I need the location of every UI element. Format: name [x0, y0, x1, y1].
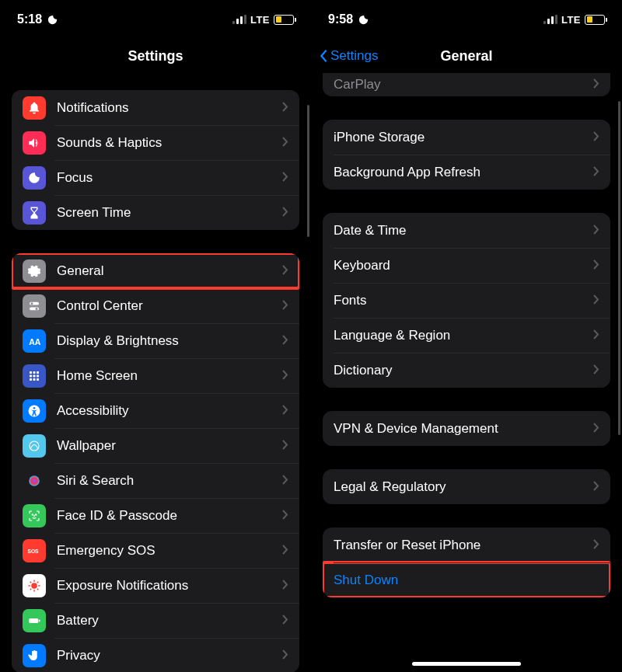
sos-icon: SOS: [23, 539, 46, 562]
svg-rect-30: [29, 618, 38, 623]
row-sounds-haptics[interactable]: Sounds & Haptics: [12, 125, 299, 160]
svg-point-15: [33, 406, 36, 409]
row-label: Shut Down: [334, 573, 599, 588]
chevron-right-icon: [593, 538, 599, 552]
general-screen: 9:58 LTE Settings General CarPlay iPhone…: [311, 0, 622, 672]
svg-point-3: [36, 307, 38, 309]
row-screen-time[interactable]: Screen Time: [12, 195, 299, 230]
switches-icon: [23, 294, 46, 318]
svg-point-2: [31, 302, 33, 305]
wallpaper-icon: [23, 434, 46, 458]
svg-text:SOS: SOS: [28, 548, 40, 554]
chevron-right-icon: [593, 165, 599, 179]
chevron-right-icon: [593, 224, 599, 238]
general-group-2: Date & Time Keyboard Fonts Language & Re…: [323, 213, 610, 388]
svg-rect-11: [30, 378, 32, 381]
row-label: Display & Brightness: [57, 333, 282, 349]
svg-rect-10: [37, 374, 39, 377]
row-label: Sounds & Haptics: [57, 135, 282, 151]
chevron-right-icon: [593, 364, 599, 378]
home-indicator[interactable]: [412, 662, 521, 666]
svg-rect-12: [33, 378, 36, 381]
chevron-right-icon: [282, 171, 288, 185]
back-button[interactable]: Settings: [319, 48, 378, 64]
row-background-app-refresh[interactable]: Background App Refresh: [323, 155, 610, 190]
svg-point-16: [30, 441, 39, 451]
settings-group-1: Notifications Sounds & Haptics Focus Scr…: [12, 90, 299, 230]
row-control-center[interactable]: Control Center: [12, 288, 299, 323]
exposure-icon: [23, 574, 46, 597]
general-group-0: CarPlay: [323, 73, 610, 96]
row-home-screen[interactable]: Home Screen: [12, 358, 299, 393]
moon-icon: [23, 166, 46, 190]
row-label: General: [57, 263, 282, 279]
chevron-right-icon: [282, 299, 288, 313]
row-general[interactable]: General: [12, 253, 299, 288]
row-label: Language & Region: [334, 328, 593, 343]
row-iphone-storage[interactable]: iPhone Storage: [323, 120, 610, 155]
chevron-right-icon: [282, 404, 288, 418]
chevron-right-icon: [282, 544, 288, 558]
row-fonts[interactable]: Fonts: [323, 283, 610, 318]
row-carplay[interactable]: CarPlay: [323, 73, 610, 96]
text-size-icon: AA: [23, 329, 46, 353]
row-label: Legal & Regulatory: [334, 479, 593, 495]
signal-icon: [232, 15, 246, 24]
row-label: Wallpaper: [57, 438, 282, 454]
row-transfer-reset-iphone[interactable]: Transfer or Reset iPhone: [323, 528, 610, 562]
back-label: Settings: [330, 48, 378, 64]
svg-rect-6: [33, 371, 36, 374]
row-emergency-sos[interactable]: SOS Emergency SOS: [12, 533, 299, 568]
row-keyboard[interactable]: Keyboard: [323, 248, 610, 283]
settings-group-2: General Control Center AA Display & Brig…: [12, 253, 299, 672]
row-label: Privacy: [57, 648, 282, 663]
chevron-right-icon: [593, 259, 599, 273]
svg-text:AA: AA: [29, 336, 41, 346]
row-label: Keyboard: [334, 258, 593, 273]
scroll-indicator[interactable]: [618, 101, 620, 435]
row-privacy[interactable]: Privacy: [12, 638, 299, 672]
chevron-right-icon: [282, 439, 288, 453]
row-accessibility[interactable]: Accessibility: [12, 393, 299, 428]
row-display-brightness[interactable]: AA Display & Brightness: [12, 323, 299, 358]
chevron-right-icon: [593, 422, 599, 436]
row-vpn-device-management[interactable]: VPN & Device Management: [323, 411, 610, 446]
row-wallpaper[interactable]: Wallpaper: [12, 428, 299, 463]
row-notifications[interactable]: Notifications: [12, 90, 299, 125]
battery-icon: [585, 15, 605, 25]
row-siri-search[interactable]: Siri & Search: [12, 463, 299, 498]
scroll-indicator[interactable]: [307, 105, 309, 237]
row-exposure-notifications[interactable]: Exposure Notifications: [12, 568, 299, 603]
row-label: Accessibility: [57, 403, 282, 419]
chevron-right-icon: [282, 264, 288, 278]
row-label: CarPlay: [334, 77, 593, 92]
gear-icon: [23, 259, 46, 283]
row-legal-regulatory[interactable]: Legal & Regulatory: [323, 469, 610, 504]
status-bar: 9:58 LTE: [311, 0, 622, 39]
chevron-right-icon: [593, 480, 599, 494]
row-date-time[interactable]: Date & Time: [323, 213, 610, 248]
row-language-region[interactable]: Language & Region: [323, 318, 610, 353]
hourglass-icon: [23, 201, 46, 225]
network-label: LTE: [561, 14, 581, 26]
row-focus[interactable]: Focus: [12, 160, 299, 195]
nav-bar: Settings: [0, 39, 311, 73]
row-label: VPN & Device Management: [334, 421, 593, 437]
row-shut-down[interactable]: Shut Down: [323, 562, 610, 597]
signal-icon: [543, 15, 557, 24]
battery-icon: [274, 15, 294, 25]
svg-point-17: [29, 475, 40, 486]
chevron-right-icon: [282, 579, 288, 593]
face-id-icon: [23, 504, 46, 528]
svg-line-27: [37, 588, 39, 590]
svg-rect-9: [33, 374, 36, 377]
row-face-id-passcode[interactable]: Face ID & Passcode: [12, 498, 299, 533]
row-label: Emergency SOS: [57, 543, 282, 559]
chevron-right-icon: [282, 369, 288, 383]
accessibility-icon: [23, 399, 46, 423]
row-label: Siri & Search: [57, 473, 282, 489]
row-battery[interactable]: Battery: [12, 603, 299, 638]
chevron-right-icon: [593, 329, 599, 343]
row-dictionary[interactable]: Dictionary: [323, 353, 610, 388]
do-not-disturb-icon: [358, 14, 369, 26]
